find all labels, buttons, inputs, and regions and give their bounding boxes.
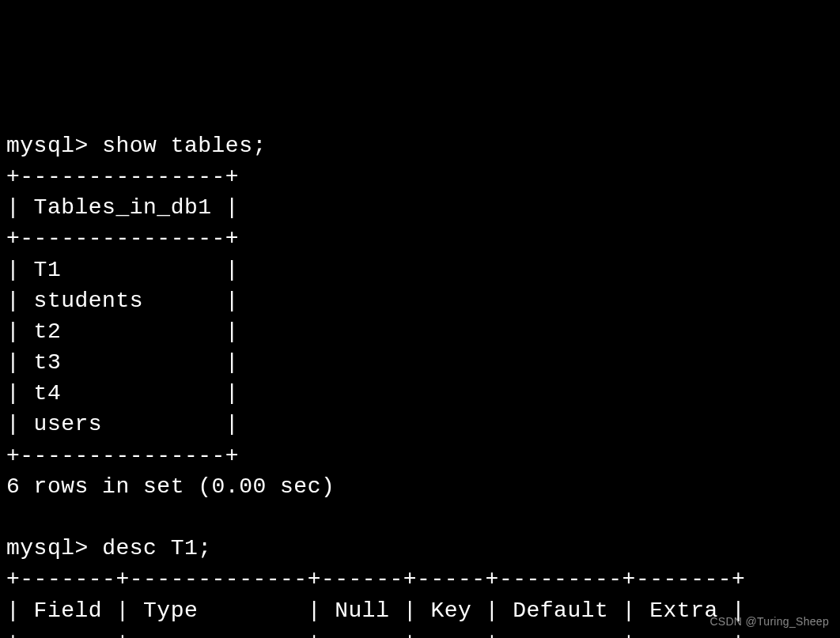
result-summary: 6 rows in set (0.00 sec) bbox=[6, 474, 335, 499]
watermark-text: CSDN @Turing_Sheep bbox=[709, 614, 829, 630]
table-header-row: | Tables_in_db1 | bbox=[6, 195, 239, 220]
command-desc: desc T1; bbox=[102, 536, 211, 561]
terminal-output: mysql> show tables; +---------------+ | … bbox=[6, 130, 834, 638]
table-row: | users | bbox=[6, 412, 239, 436]
table-border: +-------+-------------+------+-----+----… bbox=[6, 567, 745, 591]
table-border: +-------+-------------+------+-----+----… bbox=[6, 629, 745, 638]
table-border: +---------------+ bbox=[6, 164, 239, 189]
command-show-tables: show tables; bbox=[102, 134, 267, 158]
table-row: | t3 | bbox=[6, 350, 239, 375]
mysql-prompt: mysql> bbox=[6, 134, 102, 158]
table-row: | t2 | bbox=[6, 319, 239, 344]
table-row: | t4 | bbox=[6, 381, 239, 406]
table-row: | students | bbox=[6, 289, 239, 313]
table-border: +---------------+ bbox=[6, 226, 239, 251]
table-border: +---------------+ bbox=[6, 444, 239, 468]
table-header-row: | Field | Type | Null | Key | Default | … bbox=[6, 598, 745, 623]
table-row: | T1 | bbox=[6, 258, 239, 282]
mysql-prompt: mysql> bbox=[6, 536, 102, 561]
